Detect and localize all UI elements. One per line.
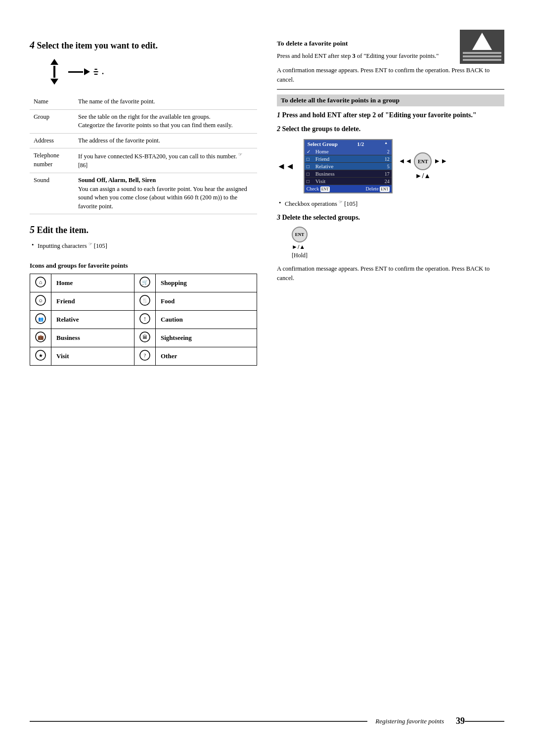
sound-line [94, 74, 97, 75]
ent-badge2: ENT [380, 187, 390, 192]
table-label: Group [30, 109, 74, 133]
table-desc: Sound Off, Alarm, Bell, Siren You can as… [74, 173, 257, 214]
nav-play-icon: ►/▲ [415, 172, 431, 180]
label-other: Other [155, 347, 257, 366]
footer-line-left [30, 721, 367, 722]
logo-line [463, 52, 501, 54]
nav-next-icon: ►► [434, 157, 447, 165]
icon-food: 🍴 [134, 292, 155, 311]
icons-table-row: ⌂ Home 🛒 Shopping [30, 274, 257, 292]
step2-number: 2 Select the groups to delete. [277, 125, 504, 133]
ent-button[interactable]: ENT [414, 152, 432, 170]
info-table: Name The name of the favorite point. Gro… [30, 94, 257, 214]
step3-number: 3 Delete the selected groups. [277, 214, 504, 222]
svg-text:💼: 💼 [38, 334, 44, 340]
delete-favorite-body2: A confirmation message appears. Press EN… [277, 66, 504, 85]
step1-number: 1 Press and hold ENT after step 2 of "Ed… [277, 111, 504, 119]
page-footer: Registering favorite points 39 [0, 716, 534, 726]
icons-section: Icons and groups for favorite points ⌂ H… [30, 262, 257, 366]
table-desc: See the table on the right for the avail… [74, 109, 257, 133]
label-relative: Relative [51, 311, 134, 329]
icons-table-row: ★ Visit ? Other [30, 347, 257, 366]
svg-text:☺: ☺ [38, 298, 43, 303]
table-desc: The name of the favorite point. [74, 94, 257, 109]
ent-hold-button[interactable]: ENT [292, 227, 308, 242]
icon-sightseeing: 🏛 [134, 329, 155, 347]
row-num-visit: 24 [378, 179, 390, 184]
nav-play-icon2: ►/▲ [292, 243, 305, 251]
svg-text:🛒: 🛒 [142, 279, 148, 285]
delete-all-step2: 2 Select the groups to delete. ◄◄ Select… [277, 125, 504, 208]
label-visit: Visit [51, 347, 134, 366]
icon-business: 💼 [30, 329, 51, 347]
step-numeral: 3 [277, 214, 280, 221]
divider [277, 89, 504, 90]
ent-badge: ENT [320, 187, 330, 192]
label-business: Business [51, 329, 134, 347]
arrow-down-icon [50, 79, 58, 85]
ref-number: [86] [78, 162, 88, 168]
forward-arrow-icon [68, 68, 90, 75]
page-container: 4 Select the item you want to edit. [0, 0, 534, 756]
main-layout: 4 Select the item you want to edit. [30, 40, 504, 366]
label-food: Food [155, 292, 257, 311]
check-icon: □ [307, 179, 313, 184]
logo-area [460, 30, 504, 64]
right-column: To delete a favorite point Press and hol… [277, 40, 504, 366]
footer-line-right [465, 721, 504, 722]
svg-text:!: ! [144, 316, 146, 322]
step5-bullet: Inputting characters ☞ [105] [30, 241, 257, 250]
icons-table-row: 👥 Relative ! Caution [30, 311, 257, 329]
hold-label: [Hold] [292, 252, 308, 259]
table-row: Address The address of the favorite poin… [30, 133, 257, 148]
step-numeral: 2 [277, 125, 280, 133]
screen-scroll: ▲ [384, 141, 389, 147]
step4-title: Select the item you want to edit. [37, 41, 158, 50]
row-num-relative: 5 [378, 164, 390, 169]
table-row: Name The name of the favorite point. [30, 94, 257, 109]
row-name-relative: Relative [315, 163, 378, 169]
svg-text:★: ★ [39, 353, 43, 358]
logo-line [463, 55, 501, 57]
sound-options: Sound Off, Alarm, Bell, Siren [78, 177, 156, 184]
check-icon: □ [307, 164, 313, 169]
step5-number: 5 [30, 224, 35, 235]
icons-section-title: Icons and groups for favorite points [30, 262, 257, 270]
footer-page-number: 39 [456, 716, 465, 726]
table-label: Address [30, 133, 74, 148]
table-row: Telephonenumber If you have connected KS… [30, 148, 257, 173]
logo-lines [463, 52, 501, 61]
sound-line [93, 71, 98, 72]
left-column: 4 Select the item you want to edit. [30, 40, 257, 366]
svg-text:⌂: ⌂ [39, 279, 43, 285]
table-desc: The address of the favorite point. [74, 133, 257, 148]
checkbox-note: Checkbox operations ☞ [105] [277, 199, 504, 208]
step-numeral: 1 [277, 111, 280, 119]
screen-container: ◄◄ Select Group 1/2 ▲ ✓ Home [277, 139, 504, 193]
table-desc: If you have connected KS-BTA200, you can… [74, 148, 257, 173]
sound-line [94, 69, 97, 70]
row-num-business: 17 [378, 171, 390, 177]
footer-delete: Delete ENT [365, 186, 389, 191]
icon-other: ? [134, 347, 155, 366]
label-friend: Friend [51, 292, 134, 311]
step4-number: 4 [30, 40, 35, 50]
step5-section: 5 Edit the item. Inputting characters ☞ … [30, 224, 257, 250]
step1-text: Press and hold ENT after step 2 of "Edit… [282, 111, 477, 119]
icons-table: ⌂ Home 🛒 Shopping ☺ Frie [30, 274, 257, 366]
step4-illustration: . [44, 57, 257, 87]
screen-page: 1/2 [357, 141, 364, 147]
check-icon: □ [307, 171, 313, 177]
up-down-arrow-icon [44, 57, 64, 87]
icon-visit: ★ [30, 347, 51, 366]
delete-all-step1: 1 Press and hold ENT after step 2 of "Ed… [277, 111, 504, 119]
scroll-up-icon: ▲ [384, 141, 388, 145]
label-home: Home [51, 274, 134, 292]
ref-mark: ☞ [238, 152, 242, 157]
label-shopping: Shopping [155, 274, 257, 292]
step4-heading: 4 Select the item you want to edit. [30, 40, 257, 51]
table-label: Sound [30, 173, 74, 214]
screen-row-friend: □ Friend 12 [305, 155, 392, 163]
period-mark: . [102, 67, 104, 76]
logo-line [463, 59, 501, 61]
